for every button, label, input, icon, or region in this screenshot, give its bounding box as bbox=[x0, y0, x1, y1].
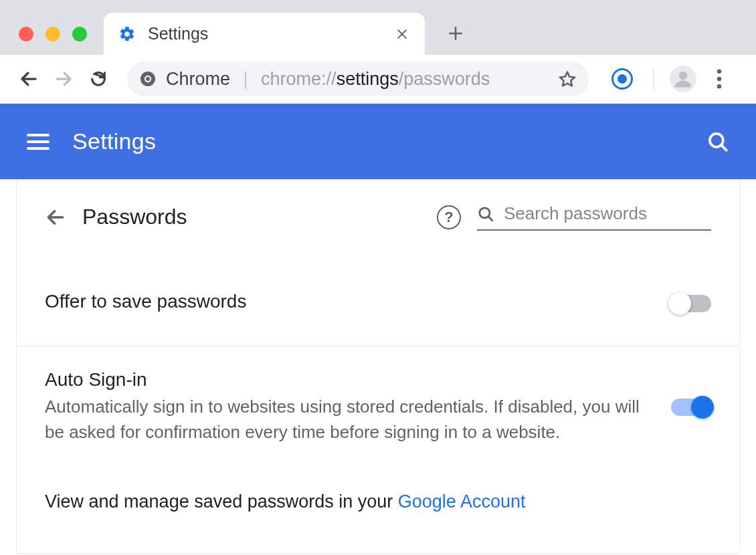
url-path: /passwords bbox=[399, 69, 490, 89]
nav-reload-button[interactable] bbox=[84, 65, 112, 93]
window-titlebar: Settings bbox=[0, 0, 756, 55]
setting-offer-save-passwords: Offer to save passwords bbox=[17, 251, 739, 346]
setting-text: Offer to save passwords bbox=[45, 291, 651, 316]
window-minimize-button[interactable] bbox=[45, 27, 60, 41]
footer-text: View and manage saved passwords in your bbox=[45, 491, 398, 512]
window-maximize-button[interactable] bbox=[72, 27, 87, 41]
settings-app-title: Settings bbox=[72, 128, 706, 154]
svg-point-4 bbox=[679, 72, 688, 80]
nav-back-button[interactable] bbox=[15, 65, 43, 93]
settings-app-bar: Settings bbox=[0, 104, 756, 179]
setting-description: Automatically sign in to websites using … bbox=[45, 395, 647, 445]
browser-tab-settings[interactable]: Settings bbox=[104, 13, 425, 55]
onepassword-extension-icon[interactable] bbox=[611, 68, 633, 90]
settings-page: Passwords ? Offer to save passwords Auto… bbox=[0, 179, 756, 554]
menu-button[interactable] bbox=[27, 128, 54, 155]
window-close-button[interactable] bbox=[19, 27, 33, 41]
search-icon bbox=[477, 205, 494, 223]
toolbar-divider bbox=[653, 68, 654, 90]
tab-title: Settings bbox=[148, 24, 394, 43]
password-search[interactable] bbox=[477, 203, 711, 231]
profile-avatar-button[interactable] bbox=[670, 66, 696, 92]
tab-close-button[interactable] bbox=[394, 26, 410, 42]
setting-auto-signin: Auto Sign-in Automatically sign in to we… bbox=[17, 346, 739, 467]
address-bar-text: Chrome | chrome://settings/passwords bbox=[166, 69, 551, 90]
settings-search-button[interactable] bbox=[706, 130, 729, 153]
svg-point-6 bbox=[717, 77, 722, 82]
setting-text: Auto Sign-in Automatically sign in to we… bbox=[45, 369, 651, 445]
back-button[interactable] bbox=[45, 207, 66, 228]
page-title: Passwords bbox=[82, 205, 421, 229]
setting-title: Offer to save passwords bbox=[45, 291, 651, 312]
passwords-card: Passwords ? Offer to save passwords Auto… bbox=[16, 179, 740, 554]
gear-icon bbox=[118, 25, 136, 43]
help-button[interactable]: ? bbox=[437, 205, 461, 229]
svg-point-5 bbox=[717, 70, 722, 74]
offer-save-passwords-toggle[interactable] bbox=[671, 295, 711, 312]
password-search-input[interactable] bbox=[504, 203, 711, 224]
browser-toolbar: Chrome | chrome://settings/passwords bbox=[0, 55, 756, 104]
card-header: Passwords ? bbox=[17, 179, 739, 251]
bookmark-star-icon[interactable] bbox=[558, 70, 577, 88]
nav-forward-button[interactable] bbox=[50, 65, 78, 93]
tab-strip: Settings bbox=[104, 8, 472, 55]
address-bar[interactable]: Chrome | chrome://settings/passwords bbox=[127, 62, 589, 96]
google-account-link-row: View and manage saved passwords in your … bbox=[17, 467, 739, 532]
svg-point-3 bbox=[618, 74, 627, 84]
google-account-link[interactable]: Google Account bbox=[398, 491, 526, 512]
new-tab-button[interactable] bbox=[440, 17, 472, 49]
svg-point-7 bbox=[717, 84, 722, 89]
svg-point-2 bbox=[146, 77, 150, 81]
browser-menu-button[interactable] bbox=[707, 67, 731, 91]
url-host: settings bbox=[337, 69, 399, 89]
auto-signin-toggle[interactable] bbox=[671, 399, 711, 416]
traffic-lights bbox=[19, 27, 87, 41]
url-scheme: chrome:// bbox=[261, 69, 337, 89]
chrome-icon bbox=[139, 70, 157, 88]
setting-title: Auto Sign-in bbox=[45, 369, 651, 391]
omnibox-label-chrome: Chrome bbox=[166, 69, 230, 89]
